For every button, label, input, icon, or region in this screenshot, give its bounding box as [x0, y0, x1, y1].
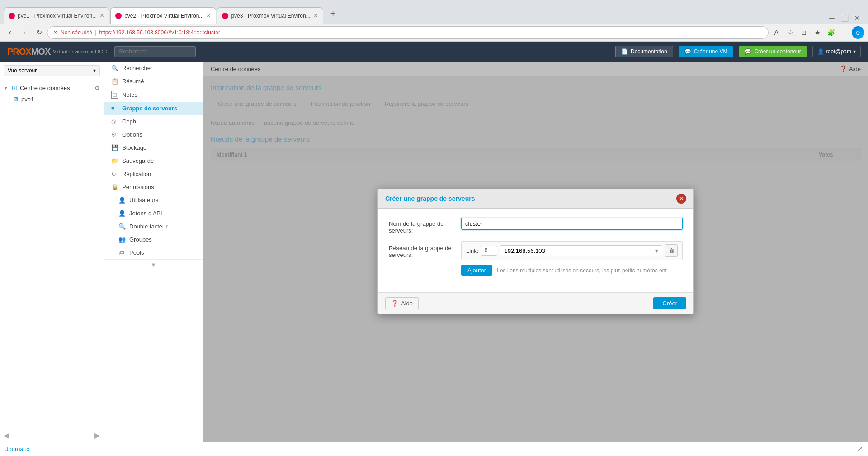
logs-label[interactable]: Journaux: [5, 446, 29, 452]
dialog-header: Créer une grappe de serveurs ✕: [378, 189, 693, 209]
sidebar-datacenter-label: Centre de données: [20, 85, 70, 91]
doc-label: Documentation: [631, 48, 667, 55]
security-error-icon: ✕: [53, 29, 58, 36]
browser-tab-3[interactable]: pve3 - Proxmox Virtual Environ... ✕: [217, 7, 323, 24]
dialog-create-button[interactable]: Créer: [653, 297, 686, 309]
stockage-icon: 💾: [111, 144, 118, 151]
server-icon: 🖥: [13, 96, 19, 103]
more-icon[interactable]: ⋯: [838, 26, 851, 39]
left-panel-item-permissions[interactable]: 🔒 Permissions: [104, 180, 203, 194]
dialog-help-label: Aide: [401, 300, 413, 307]
documentation-button[interactable]: 📄 Documentation: [615, 46, 673, 57]
tab-favicon-1: [9, 13, 15, 19]
left-panel-item-jetons[interactable]: 👤 Jetons d'API: [104, 207, 203, 220]
dialog-help-button[interactable]: ❓ Aide: [385, 297, 419, 309]
split-icon[interactable]: ⊡: [797, 26, 810, 39]
browser-toolbar: ‹ › ↻ ✕ Non sécurisé | https://192.168.5…: [0, 24, 868, 42]
left-panel-item-pools[interactable]: 🏷 Pools: [104, 246, 203, 259]
sidebar-pve1-label: pve1: [21, 96, 34, 103]
scroll-left-icon[interactable]: ◀: [4, 431, 9, 440]
left-panel-item-rechercher[interactable]: 🔍 Rechercher: [104, 62, 203, 75]
nav-back[interactable]: ‹: [4, 26, 16, 39]
ceph-label: Ceph: [122, 118, 136, 125]
sauvegarde-icon: 📁: [111, 157, 118, 164]
sidebar-item-datacenter[interactable]: ▼ ⊞ Centre de données ⚙: [0, 82, 104, 94]
left-panel-item-options[interactable]: ⚙ Options: [104, 128, 203, 141]
window-minimize[interactable]: ─: [826, 13, 837, 24]
view-selector-label: Vue serveur: [8, 67, 91, 74]
pools-icon: 🏷: [118, 249, 126, 256]
link-dropdown-icon: ▾: [655, 247, 658, 254]
version-text: Virtual Environment 8.2.2: [53, 49, 108, 54]
options-label: Options: [122, 131, 142, 138]
browser-tab-1[interactable]: pve1 - Proxmox Virtual Environ... ✕: [4, 7, 109, 24]
app-header: PROXMOX Virtual Environment 8.2.2 📄 Docu…: [0, 42, 868, 62]
left-panel-scroll-down[interactable]: ▼: [104, 259, 203, 270]
scroll-right-icon[interactable]: ▶: [94, 431, 100, 440]
options-icon: ⚙: [111, 131, 118, 138]
user-icon: 👤: [817, 48, 824, 55]
cluster-name-input[interactable]: [461, 218, 683, 230]
add-link-button[interactable]: Ajouter: [461, 265, 492, 276]
groupes-label: Groupes: [129, 236, 152, 243]
dialog-close-button[interactable]: ✕: [676, 194, 686, 204]
ceph-icon: ◎: [111, 118, 118, 125]
nav-refresh[interactable]: ↻: [33, 26, 45, 39]
settings-icon[interactable]: ⚙: [94, 85, 100, 91]
favorites-icon[interactable]: ☆: [784, 26, 797, 39]
browser-tab-2[interactable]: pve2 - Proxmox Virtual Environ... ✕: [110, 7, 216, 24]
user-dropdown-icon: ▾: [853, 48, 856, 55]
expand-icon[interactable]: ⤢: [857, 445, 863, 453]
add-tab-button[interactable]: +: [326, 6, 340, 21]
browser-chrome: pve1 - Proxmox Virtual Environ... ✕ pve2…: [0, 0, 868, 24]
rechercher-label: Rechercher: [122, 65, 152, 71]
link-ip-selector[interactable]: 192.168.56.103 ▾: [500, 245, 662, 256]
left-panel-item-stockage[interactable]: 💾 Stockage: [104, 141, 203, 154]
search-icon: 🔍: [111, 65, 118, 71]
permissions-icon: 🔒: [111, 184, 118, 190]
create-container-button[interactable]: 💬 Créer un conteneur: [739, 46, 807, 57]
grappe-label: Grappe de serveurs: [122, 105, 177, 112]
left-panel-item-groupes[interactable]: 👥 Groupes: [104, 233, 203, 246]
left-panel: 🔍 Rechercher 📋 Résumé □ Notes ≡ Grappe d…: [104, 62, 203, 442]
double-facteur-label: Double facteur: [129, 223, 168, 230]
pools-label: Pools: [129, 249, 144, 256]
collections-icon[interactable]: ★: [811, 26, 824, 39]
create-vm-label: Créer une VM: [694, 48, 728, 55]
url-display[interactable]: https://192.168.56.103:8006/#v1:0:18:4::…: [99, 29, 763, 36]
user-menu[interactable]: 👤 root@pam ▾: [812, 46, 861, 57]
tab-close-1[interactable]: ✕: [99, 12, 104, 19]
view-selector[interactable]: Vue serveur ▾: [4, 65, 100, 76]
left-panel-item-resume[interactable]: 📋 Résumé: [104, 75, 203, 88]
left-panel-item-notes[interactable]: □ Notes: [104, 88, 203, 102]
left-panel-item-replication[interactable]: ↻ Réplication: [104, 167, 203, 180]
sidebar-item-pve1[interactable]: 🖥 pve1: [0, 94, 104, 105]
tab-favicon-2: [115, 13, 122, 19]
nav-forward[interactable]: ›: [18, 26, 31, 39]
left-panel-item-grappe[interactable]: ≡ Grappe de serveurs: [104, 102, 203, 115]
address-bar[interactable]: ✕ Non sécurisé | https://192.168.56.103:…: [47, 26, 769, 39]
header-search-input[interactable]: [114, 46, 196, 57]
stockage-label: Stockage: [122, 144, 146, 151]
sidebar-top: Vue serveur ▾: [0, 62, 104, 80]
form-row-network: Réseau de la grappe de serveurs: Link:: [389, 241, 683, 276]
extensions-icon[interactable]: 🧩: [825, 26, 837, 39]
link-delete-button[interactable]: 🗑: [665, 244, 678, 257]
replication-label: Réplication: [122, 171, 151, 177]
left-panel-item-double-facteur[interactable]: 🔍 Double facteur: [104, 220, 203, 233]
left-panel-item-ceph[interactable]: ◎ Ceph: [104, 115, 203, 128]
create-vm-button[interactable]: 💬 Créer une VM: [679, 46, 734, 57]
tab-close-3[interactable]: ✕: [313, 12, 318, 19]
sidebar-scroll-bar: ◀ ▶: [0, 429, 104, 442]
link-text: Link:: [466, 247, 478, 254]
left-panel-item-sauvegarde[interactable]: 📁 Sauvegarde: [104, 154, 203, 167]
tab-close-2[interactable]: ✕: [206, 12, 211, 19]
link-number-input[interactable]: [481, 246, 497, 256]
left-panel-item-utilisateurs[interactable]: 👤 Utilisateurs: [104, 194, 203, 207]
read-mode-icon[interactable]: Ꭺ: [770, 26, 783, 39]
tab-title-2: pve2 - Proxmox Virtual Environ...: [124, 13, 203, 19]
window-close[interactable]: ✕: [852, 13, 863, 24]
window-maximize[interactable]: ⬜: [839, 13, 850, 24]
datacenter-grid-icon: ⊞: [12, 84, 17, 91]
edge-icon[interactable]: e: [852, 26, 864, 39]
